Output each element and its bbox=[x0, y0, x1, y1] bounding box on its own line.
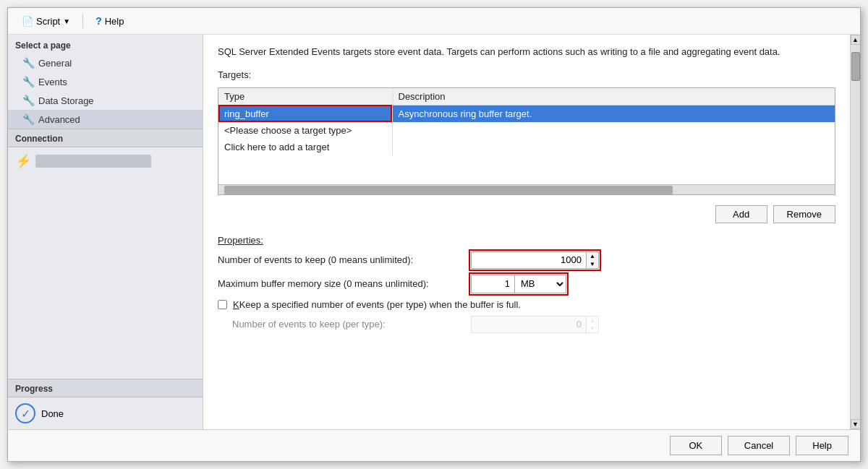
scroll-track[interactable] bbox=[851, 45, 861, 419]
events-icon: 🔧 bbox=[22, 76, 34, 87]
remove-button[interactable]: Remove bbox=[773, 205, 835, 223]
add-target-cell: Click here to add a target bbox=[218, 139, 392, 155]
add-remove-row: Add Remove bbox=[218, 205, 835, 223]
prop1-input-wrap: ▲ ▼ bbox=[471, 251, 599, 269]
toolbar: 📄 Script ▼ ? Help bbox=[8, 8, 860, 35]
prop3-spinner: ▲ ▼ bbox=[587, 316, 599, 333]
table-row[interactable]: <Please choose a target type> bbox=[218, 122, 835, 139]
sidebar-item-events[interactable]: 🔧 Events bbox=[8, 72, 203, 91]
scroll-down-arrow[interactable]: ▼ bbox=[851, 419, 861, 429]
properties-label: Properties: bbox=[218, 235, 835, 246]
scroll-thumb[interactable] bbox=[851, 52, 860, 81]
main-area: Select a page 🔧 General 🔧 Events 🔧 Data … bbox=[8, 35, 860, 429]
help-label: Help bbox=[105, 16, 124, 27]
prop1-label: Number of events to keep (0 means unlimi… bbox=[218, 254, 464, 265]
properties-section: Properties: Number of events to keep (0 … bbox=[218, 235, 835, 339]
progress-section-title: Progress bbox=[8, 379, 203, 397]
sidebar-item-general[interactable]: 🔧 General bbox=[8, 53, 203, 72]
table-row[interactable]: ring_buffer Asynchronous ring buffer tar… bbox=[218, 105, 835, 122]
select-page-title: Select a page bbox=[8, 35, 203, 53]
table-scrollbar[interactable] bbox=[218, 184, 835, 194]
help-bottom-button[interactable]: Help bbox=[796, 436, 848, 455]
advanced-icon: 🔧 bbox=[22, 113, 34, 125]
add-button[interactable]: Add bbox=[715, 205, 767, 223]
progress-check-icon: ✓ bbox=[15, 403, 35, 423]
content-area: SQL Server Extended Events targets store… bbox=[203, 35, 850, 429]
connection-icon: ⚡ bbox=[15, 153, 31, 169]
progress-area: ✓ Done bbox=[8, 397, 203, 429]
col-desc-header: Description bbox=[392, 88, 835, 106]
ok-button[interactable]: OK bbox=[670, 436, 722, 455]
data-storage-icon: 🔧 bbox=[22, 95, 34, 106]
ring-buffer-type-cell: ring_buffer bbox=[218, 105, 392, 122]
script-dropdown-icon: ▼ bbox=[63, 17, 70, 25]
sidebar-item-data-storage[interactable]: 🔧 Data Storage bbox=[8, 91, 203, 110]
sidebar-advanced-label: Advanced bbox=[38, 114, 80, 125]
checkbox-label: KKeep a specified number of events (per … bbox=[233, 299, 521, 310]
sidebar-item-advanced[interactable]: 🔧 Advanced bbox=[8, 110, 203, 129]
table-row[interactable]: Click here to add a target bbox=[218, 139, 835, 155]
prop3-row: Number of events to keep (per type): ▲ ▼ bbox=[218, 316, 835, 333]
script-icon: 📄 bbox=[22, 16, 33, 27]
prop3-up-btn: ▲ bbox=[587, 317, 598, 324]
prop2-unit-select[interactable]: KB MB GB bbox=[515, 275, 566, 293]
prop3-down-btn: ▼ bbox=[587, 324, 598, 332]
connection-bar bbox=[35, 155, 151, 168]
prop2-label: Maximum buffer memory size (0 means unli… bbox=[218, 278, 464, 289]
help-icon: ? bbox=[95, 15, 102, 27]
prop1-down-btn[interactable]: ▼ bbox=[587, 260, 598, 268]
prop3-input-wrap: ▲ ▼ bbox=[471, 316, 599, 333]
connection-section-title: Connection bbox=[8, 129, 203, 147]
prop3-label: Number of events to keep (per type): bbox=[218, 319, 464, 330]
targets-table-wrap: Type Description ring_buffer Asynchronou… bbox=[218, 87, 835, 195]
placeholder-type-cell: <Please choose a target type> bbox=[218, 122, 392, 139]
targets-table: Type Description ring_buffer Asynchronou… bbox=[218, 88, 835, 184]
dialog: 📄 Script ▼ ? Help Select a page 🔧 Genera… bbox=[7, 7, 861, 462]
script-button[interactable]: 📄 Script ▼ bbox=[15, 13, 77, 30]
targets-label: Targets: bbox=[218, 69, 835, 80]
scroll-up-arrow[interactable]: ▲ bbox=[851, 35, 861, 45]
table-scrollbar-thumb[interactable] bbox=[224, 186, 673, 194]
description-text: SQL Server Extended Events targets store… bbox=[218, 45, 811, 59]
placeholder-desc-cell bbox=[392, 122, 835, 139]
toolbar-separator bbox=[82, 14, 83, 28]
cancel-button[interactable]: Cancel bbox=[728, 436, 790, 455]
prop2-input-wrap: KB MB GB bbox=[471, 275, 566, 293]
prop1-spinner: ▲ ▼ bbox=[587, 251, 599, 269]
checkbox-label-text: Keep a specified number of events (per t… bbox=[239, 299, 521, 310]
prop2-mb-input[interactable] bbox=[472, 275, 515, 293]
checkbox-row: KKeep a specified number of events (per … bbox=[218, 299, 835, 310]
progress-status: Done bbox=[41, 408, 64, 419]
prop2-row: Maximum buffer memory size (0 means unli… bbox=[218, 275, 835, 293]
sidebar-general-label: General bbox=[38, 58, 72, 69]
prop1-up-btn[interactable]: ▲ bbox=[587, 252, 598, 260]
ring-buffer-desc-cell: Asynchronous ring buffer target. bbox=[392, 105, 835, 122]
prop1-row: Number of events to keep (0 means unlimi… bbox=[218, 251, 835, 269]
script-label: Script bbox=[36, 16, 60, 27]
bottom-bar: OK Cancel Help bbox=[8, 429, 860, 461]
general-icon: 🔧 bbox=[22, 57, 34, 69]
add-target-desc-cell bbox=[392, 139, 835, 155]
prop3-input bbox=[471, 316, 587, 333]
help-button[interactable]: ? Help bbox=[89, 12, 130, 30]
sidebar-events-label: Events bbox=[38, 77, 67, 87]
col-type-header: Type bbox=[218, 88, 392, 106]
sidebar-data-storage-label: Data Storage bbox=[38, 95, 94, 106]
keep-events-checkbox[interactable] bbox=[218, 300, 227, 309]
prop1-input[interactable] bbox=[471, 251, 587, 269]
right-scrollbar[interactable]: ▲ ▼ bbox=[850, 35, 860, 429]
connection-info: ⚡ bbox=[8, 147, 203, 175]
sidebar: Select a page 🔧 General 🔧 Events 🔧 Data … bbox=[8, 35, 203, 429]
empty-row bbox=[218, 155, 835, 184]
